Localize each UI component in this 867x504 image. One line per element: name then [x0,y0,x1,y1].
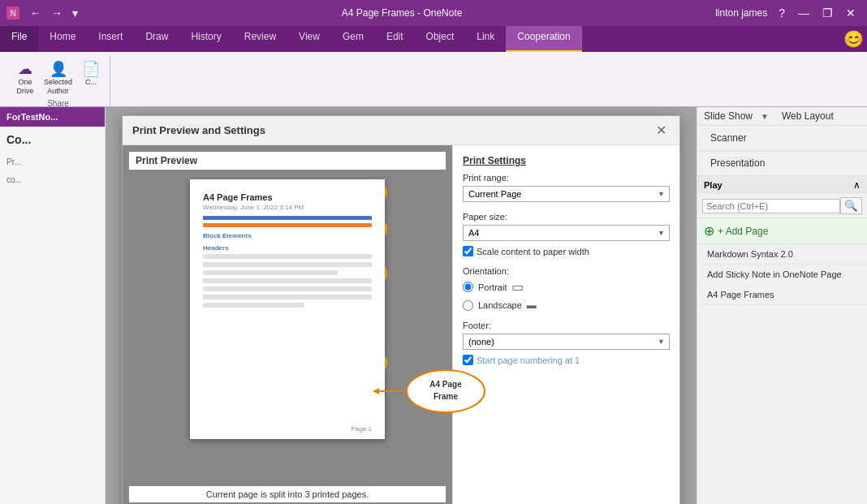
page-list: Markdown Syntax 2.0 Add Sticky Note in O… [697,244,867,504]
tab-review[interactable]: Review [233,26,287,52]
portrait-icon: ▭ [511,279,524,295]
print-range-group: Print range: Current Page All Pages Page… [463,173,670,202]
slideshow-label[interactable]: Slide Show [704,110,753,122]
presentation-label[interactable]: Presentation [704,154,861,172]
start-numbering-checkbox[interactable] [463,355,473,365]
title-bar: N ← → ▾ A4 Page Frames - OneNote linton … [0,0,867,26]
tab-cooperation[interactable]: Cooperation [506,26,581,52]
print-dialog: Print Preview and Settings ✕ Print Previ… [122,115,680,504]
preview-page-title: A4 Page Frames [203,192,372,202]
ribbon-content: ☁ OneDrive 👤 SelectedAuthor 📄 C... Share [0,52,867,107]
print-range-label: Print range: [463,173,670,183]
preview-area: 1 2 3 4 A4 Page Frames Wednesday, June 1… [129,173,446,483]
preview-page: A4 Page Frames Wednesday, June 1, 2022 3… [190,179,385,439]
print-range-wrapper: Current Page All Pages Page Range [463,186,670,202]
one-drive-button[interactable]: ☁ OneDrive [13,58,37,97]
tab-insert[interactable]: Insert [87,26,134,52]
left-panel-content: Pr...co... [0,153,105,189]
preview-line-3 [203,254,372,259]
restore-button[interactable]: ❐ [817,6,838,19]
search-button[interactable]: 🔍 [840,197,862,214]
current-icon: 📄 [82,60,100,78]
web-layout-button[interactable]: Web Layout [782,110,834,122]
dialog-body: Print Preview 1 2 3 4 A4 Page [123,145,679,504]
print-range-select[interactable]: Current Page All Pages Page Range [463,186,670,202]
svg-text:A4 Page: A4 Page [429,380,462,389]
a4-arrow [373,383,409,399]
preview-section-title-1: Block Elements [203,232,372,239]
title-bar-nav: ← → ▾ [26,5,82,21]
scanner-section: Scanner [697,126,867,151]
collapse-button[interactable]: ∧ [853,179,861,191]
preview-line-4 [203,262,372,267]
orientation-radio-group: Portrait ▭ Landscape ▬ [463,279,670,311]
orientation-label: Orientation: [463,266,670,276]
footer-group: Footer: (none) Page Number Date Start pa… [463,321,670,365]
play-label: Play [704,180,722,190]
ribbon-tabs: File Home Insert Draw History Review Vie… [0,26,867,52]
window-controls: ? — ❐ ✕ [774,6,861,19]
portrait-label: Portrait [478,282,507,292]
app-icon: N [6,6,19,19]
tab-view[interactable]: View [287,26,331,52]
selected-author-button[interactable]: 👤 SelectedAuthor [41,58,75,97]
print-settings-panel: Print Settings Print range: Current Page… [452,145,679,504]
search-input[interactable] [702,199,840,213]
help-button[interactable]: ? [774,6,790,19]
current-label: C... [85,78,97,87]
current-button[interactable]: 📄 C... [79,58,103,97]
one-drive-icon: ☁ [18,60,32,78]
center-area: Print Preview and Settings ✕ Print Previ… [106,107,697,504]
close-button[interactable]: ✕ [841,6,861,19]
user-name: linton james [715,7,767,19]
footer-select[interactable]: (none) Page Number Date [463,334,670,350]
emoji-button[interactable]: 😊 [843,29,864,49]
scale-checkbox[interactable] [463,246,473,256]
landscape-row: Landscape ▬ [463,299,670,311]
add-page-icon: ⊕ [704,223,714,239]
slideshow-bar: Slide Show ▼ Web Layout [697,107,867,126]
play-section: Play ∧ [697,176,867,194]
footer-select-wrapper: (none) Page Number Date [463,334,670,350]
minimize-button[interactable]: — [793,6,814,19]
paper-size-label: Paper size: [463,212,670,222]
tab-draw[interactable]: Draw [134,26,179,52]
add-page-button[interactable]: ⊕ + Add Page [697,218,867,244]
dialog-title: Print Preview and Settings [132,124,265,136]
svg-marker-4 [373,388,379,394]
portrait-radio[interactable] [463,282,473,292]
tab-history[interactable]: History [179,26,232,52]
svg-text:Frame: Frame [434,392,458,401]
portrait-row: Portrait ▭ [463,279,670,295]
search-bar: 🔍 [697,194,867,218]
preview-line-7 [203,286,372,291]
slideshow-dropdown-icon[interactable]: ▼ [761,112,769,121]
customize-button[interactable]: ▾ [68,5,82,21]
selected-author-label: SelectedAuthor [44,78,72,96]
scanner-label[interactable]: Scanner [704,129,861,147]
tab-gem[interactable]: Gem [331,26,375,52]
tab-file[interactable]: File [0,26,38,52]
tab-edit[interactable]: Edit [375,26,415,52]
print-preview-panel: Print Preview 1 2 3 4 A4 Page [123,145,452,504]
ribbon-group-label: Share [47,99,69,108]
one-drive-label: OneDrive [16,78,33,96]
page-list-item[interactable]: A4 Page Frames [697,285,867,305]
landscape-radio[interactable] [463,300,473,311]
preview-section-title-2: Headers [203,244,372,252]
start-numbering-row: Start page numbering at 1 [463,355,670,365]
forward-button[interactable]: → [47,5,67,21]
tab-home[interactable]: Home [38,26,87,52]
back-button[interactable]: ← [26,5,45,21]
page-list-item[interactable]: Add Sticky Note in OneNote Page [697,265,867,285]
dialog-close-button[interactable]: ✕ [653,123,670,138]
scale-row: Scale content to paper width [463,246,670,256]
landscape-icon: ▬ [527,299,537,311]
ribbon-right: 😊 [840,26,867,52]
preview-line-8 [203,295,372,299]
paper-size-select[interactable]: A4 Letter Legal [463,225,670,241]
page-list-item[interactable]: Markdown Syntax 2.0 [697,244,867,265]
tab-link[interactable]: Link [465,26,506,52]
tab-object[interactable]: Object [415,26,466,52]
start-numbering-label: Start page numbering at 1 [477,355,580,365]
